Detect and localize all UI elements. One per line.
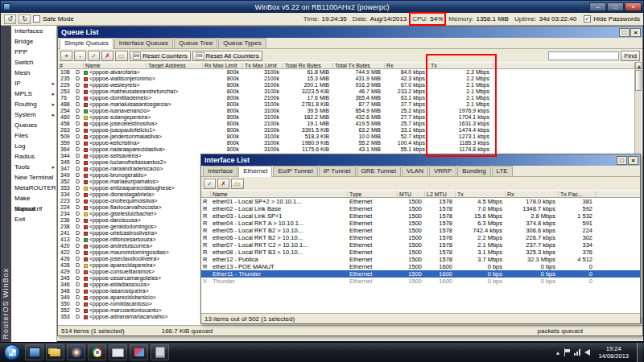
- sidebar-item[interactable]: Switch: [11, 57, 56, 68]
- scroll-up-icon[interactable]: [635, 62, 642, 69]
- toolbar-icon-button[interactable]: -: [74, 51, 86, 61]
- column-header[interactable]: L2 MTU: [425, 191, 456, 197]
- close-icon[interactable]: ×: [630, 28, 641, 37]
- taskbar-app-icon[interactable]: [151, 344, 169, 360]
- redo-icon[interactable]: ↻: [19, 14, 31, 24]
- find-button[interactable]: Find: [621, 51, 640, 61]
- toolbar-icon-button[interactable]: ✗: [217, 179, 229, 189]
- queue-row[interactable]: 253 D <pppoe-matheusalexandrefunchal> 80…: [58, 88, 642, 95]
- column-header[interactable]: Target Address: [147, 63, 203, 68]
- tray-expand-icon[interactable]: ▲: [555, 350, 561, 356]
- sidebar-item[interactable]: MetaROUTER: [11, 183, 56, 193]
- interface-list-titlebar[interactable]: Interface List □ ×: [201, 154, 640, 166]
- tab[interactable]: Bonding: [457, 166, 490, 176]
- queue-row[interactable]: 509 D <pppoe-jandersonmaiasilva> 800k 31…: [58, 134, 642, 140]
- interface-row[interactable]: R ether03 - Local Link SP+1 Ethernet 150…: [201, 212, 640, 220]
- toolbar-icon-button[interactable]: ✓: [88, 51, 100, 61]
- interface-row[interactable]: R ether01 - Local SP+2 > 10.10.1... Ethe…: [201, 198, 640, 205]
- toolbar-icon-button[interactable]: ✓: [204, 179, 216, 189]
- interface-row[interactable]: R ether06 - Local RKT B2 > 10.10... Ethe…: [201, 234, 640, 241]
- sidebar-item[interactable]: Radius: [11, 151, 56, 162]
- minimize-button[interactable]: –: [589, 2, 606, 11]
- sidebar-item[interactable]: Mesh: [11, 68, 56, 78]
- interface-row[interactable]: R ether13 - POE MANUT Ethernet 1500 1600…: [201, 263, 640, 270]
- sidebar-item[interactable]: Bridge: [11, 36, 56, 47]
- queue-row[interactable]: 364 D <pppoe-naiaraaparecidasilva> 800k …: [58, 146, 642, 153]
- column-header[interactable]: Tx: [456, 191, 506, 197]
- column-header[interactable]: Total Rx Bytes: [283, 63, 333, 68]
- start-button[interactable]: [4, 344, 20, 360]
- maximize-button[interactable]: □: [607, 2, 624, 11]
- sidebar-item[interactable]: Make Supout.rif: [11, 193, 56, 204]
- sidebar-item[interactable]: Tools ▸: [11, 162, 56, 172]
- tab[interactable]: EoIP Tunnel: [273, 166, 317, 176]
- column-header[interactable]: Name: [211, 191, 348, 197]
- sidebar-item[interactable]: Queues: [11, 120, 56, 130]
- sidebar-item[interactable]: IP ▸: [11, 78, 56, 88]
- network-icon[interactable]: [574, 349, 580, 356]
- toolbar-icon-button[interactable]: ✗: [101, 51, 114, 61]
- column-header[interactable]: Tx Pac...: [559, 191, 596, 197]
- tab[interactable]: VRRP: [429, 166, 456, 176]
- column-header[interactable]: [201, 191, 211, 197]
- close-icon[interactable]: ×: [628, 156, 638, 165]
- queue-row[interactable]: 488 D <pppoe-marialuisasantosgarcia> 800…: [58, 101, 642, 108]
- taskbar-app-icon[interactable]: [46, 344, 64, 360]
- tab[interactable]: LTE: [492, 166, 513, 176]
- column-header[interactable]: Tx: [429, 63, 493, 68]
- sidebar-item[interactable]: Manual: [11, 204, 56, 214]
- column-header[interactable]: Name: [84, 63, 147, 68]
- interface-row[interactable]: R ether12 - Publica Ethernet 1500 1578 3…: [201, 256, 640, 263]
- tab[interactable]: IP Tunnel: [319, 166, 356, 176]
- queue-row[interactable]: 235 D <pppoe-wallisonjeronimo> 800k 2100…: [58, 76, 642, 82]
- interface-row[interactable]: R ether05 - Local RKT B2 > 10.10... Ethe…: [201, 227, 640, 234]
- tab[interactable]: Interface Queues: [114, 38, 173, 48]
- sidebar-item[interactable]: PPP: [11, 47, 56, 57]
- hide-passwords-checkbox[interactable]: ✓: [584, 15, 591, 23]
- restore-icon[interactable]: □: [617, 156, 627, 165]
- column-header[interactable]: Type: [348, 191, 398, 197]
- tab[interactable]: GRE Tunnel: [357, 166, 402, 176]
- sidebar-item[interactable]: Routing ▸: [11, 99, 56, 109]
- action-center-icon[interactable]: [564, 348, 570, 356]
- column-header[interactable]: Rx Max Limit: [203, 63, 243, 68]
- tab[interactable]: Simple Queues: [60, 38, 114, 49]
- tab[interactable]: VLAN: [402, 166, 428, 176]
- close-button[interactable]: ×: [625, 2, 642, 11]
- tab[interactable]: Queue Types: [218, 38, 266, 48]
- show-desktop-button[interactable]: [637, 343, 642, 362]
- interface-row[interactable]: X Thunder Ethernet 1500 1600 0 bps 0 bps…: [201, 278, 640, 285]
- taskbar-app-icon[interactable]: [109, 344, 127, 360]
- interface-row[interactable]: Ether11 - Thunder Ethernet 1500 1600 0 b…: [201, 270, 640, 278]
- window-titlebar[interactable]: WinBox v5.22 on RB1100AHx2 (powerpc) – □…: [1, 1, 643, 13]
- interface-row[interactable]: R ether07 - Local RKT C2 > 10.10.1... Et…: [201, 241, 640, 249]
- volume-icon[interactable]: [584, 349, 590, 356]
- column-header[interactable]: Tx Max Limit: [243, 63, 283, 68]
- queue-row[interactable]: 263 D <pppoe-joaopaulofelicio1> 800k 310…: [58, 127, 642, 134]
- interface-row[interactable]: R ether08 - Local RKT B3 > 10.10... Ethe…: [201, 249, 640, 256]
- sidebar-item[interactable]: Interfaces: [11, 26, 56, 36]
- column-header[interactable]: Total Tx Bytes: [333, 63, 385, 68]
- queue-list-titlebar[interactable]: Queue List □ ×: [58, 27, 642, 38]
- sidebar-item[interactable]: MPLS ▸: [11, 88, 56, 99]
- queue-row[interactable]: 460 D <pppoe-solangepereira> 800k 3100k …: [58, 114, 642, 121]
- safe-mode-checkbox[interactable]: [33, 15, 40, 23]
- tab[interactable]: Queue Tree: [174, 38, 217, 48]
- toolbar-icon-button[interactable]: ▭: [231, 179, 244, 189]
- queue-row[interactable]: 458 D <pppoe-josecelestinosilva> 800k 21…: [58, 121, 642, 127]
- reset-counters-button[interactable]: 00 Reset Counters: [130, 51, 191, 61]
- taskbar-app-icon[interactable]: [130, 344, 148, 360]
- taskbar-app-icon[interactable]: [25, 344, 43, 360]
- sidebar-item[interactable]: New Terminal: [11, 172, 56, 183]
- sidebar-item[interactable]: Files: [11, 130, 56, 141]
- sidebar-item[interactable]: Exit: [11, 214, 56, 224]
- taskbar-app-icon[interactable]: [88, 344, 106, 360]
- scrollbar-thumb[interactable]: [635, 70, 642, 91]
- queue-row[interactable]: 254 D <pppoe-luanavenancio> 800k 3100k 3…: [58, 108, 642, 114]
- taskbar-app-icon[interactable]: [67, 344, 85, 360]
- column-header[interactable]: Rx: [506, 191, 559, 197]
- interface-row[interactable]: R ether02 - Local Link Base Ethernet 150…: [201, 205, 640, 212]
- column-header[interactable]: MTU: [398, 191, 425, 197]
- column-header[interactable]: #: [58, 63, 84, 68]
- queue-row[interactable]: 76 D <pppoe-domitilademelo> 800k 2100k 1…: [58, 95, 642, 101]
